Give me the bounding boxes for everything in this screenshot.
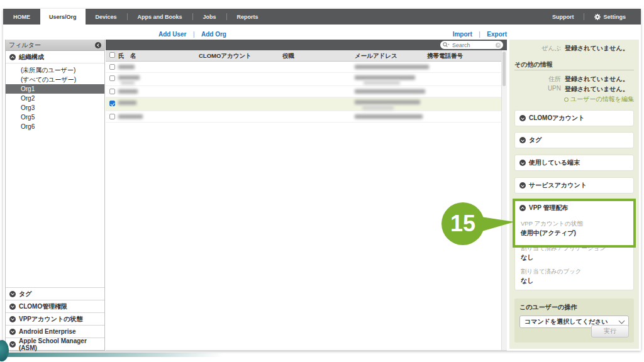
table-row[interactable] — [106, 86, 507, 97]
search-input[interactable] — [451, 41, 496, 49]
sidebar-collapsed-sections: タグ CLOMO管理権限 VPPアカウントの状態 Android Enterpr… — [6, 287, 104, 350]
scrollbar-thumb[interactable] — [502, 52, 506, 86]
edit-user-link[interactable]: ユーザーの情報を編集 — [564, 95, 634, 104]
section-label: VPPアカウントの状態 — [19, 315, 82, 324]
edit-icon — [564, 97, 569, 102]
chevron-down-icon — [9, 291, 16, 297]
field-value-all: 登録されていません。 — [565, 44, 629, 53]
accordion-label: CLOMOアカウント — [529, 114, 584, 123]
divider — [514, 70, 634, 70]
collapse-sidebar-icon[interactable] — [95, 42, 101, 48]
vpp-apps-label: 割り当て済みアプリケーション — [515, 244, 633, 253]
column-mobile[interactable]: 携帯電話番号 — [427, 52, 463, 60]
add-user-link[interactable]: Add User — [158, 31, 186, 38]
tab-users-org[interactable]: Users/Org — [40, 9, 86, 25]
row-checkbox[interactable] — [109, 75, 115, 81]
table-row[interactable] — [106, 73, 507, 86]
link-divider: | — [479, 31, 480, 38]
row-checkbox[interactable] — [109, 89, 115, 94]
redacted-email — [355, 114, 423, 119]
select-all-checkbox[interactable] — [109, 52, 115, 58]
field-label-all: ぜんぶ — [509, 44, 561, 53]
sidebar-section-tags[interactable]: タグ — [6, 287, 104, 300]
top-nav: HOME Users/Org Devices Apps and Books Jo… — [3, 9, 641, 25]
table-row[interactable] — [106, 111, 507, 123]
org-item-org3[interactable]: Org3 — [6, 103, 104, 112]
chevron-down-icon — [519, 182, 526, 189]
sidebar-section-clomo-admin[interactable]: CLOMO管理権限 — [6, 300, 104, 312]
column-email[interactable]: メールアドレス — [355, 52, 397, 60]
add-org-link[interactable]: Add Org — [201, 31, 226, 38]
redacted-email — [355, 65, 429, 69]
accordion-service-account[interactable]: サービスアカウント — [514, 177, 634, 194]
support-link[interactable]: Support — [542, 9, 584, 25]
org-structure-label: 組織構成 — [19, 53, 44, 62]
vpp-books-value: なし — [515, 276, 633, 285]
vpp-title: VPP 管理配布 — [529, 204, 569, 212]
chevron-down-icon — [9, 316, 16, 322]
filter-title: フィルター — [9, 41, 95, 50]
sidebar-section-android-enterprise[interactable]: Android Enterprise — [6, 325, 104, 337]
table-row[interactable] — [106, 62, 507, 73]
chevron-down-icon — [9, 329, 16, 335]
settings-button[interactable]: Settings — [584, 9, 636, 25]
execute-button[interactable]: 実行 — [591, 325, 629, 337]
redacted-text — [121, 80, 135, 85]
redacted-name — [118, 65, 135, 69]
org-item-org6[interactable]: Org6 — [6, 122, 104, 131]
redacted-name — [118, 75, 140, 80]
filter-header: フィルター — [6, 40, 104, 51]
tab-home[interactable]: HOME — [3, 9, 40, 25]
column-role[interactable]: 役職 — [282, 52, 294, 60]
column-clomo-account[interactable]: CLOMOアカウント — [199, 52, 252, 60]
section-label: Android Enterprise — [19, 328, 76, 335]
table-header: 氏 名 CLOMOアカウント 役職 メールアドレス 携帯電話番号 — [106, 50, 507, 62]
accordion-tags[interactable]: タグ — [514, 132, 634, 148]
section-label: CLOMO管理権限 — [19, 302, 67, 311]
vpp-status-value: 使用中(アクティブ) — [515, 228, 633, 238]
chevron-up-icon — [9, 54, 16, 60]
redacted-email — [355, 89, 425, 94]
tab-jobs[interactable]: Jobs — [193, 9, 226, 25]
vpp-books-label: 割り当て済みのブック — [515, 268, 633, 276]
edit-user-label: ユーザーの情報を編集 — [570, 95, 634, 104]
row-checkbox-checked[interactable] — [109, 101, 115, 106]
section-label: タグ — [19, 290, 31, 299]
row-checkbox[interactable] — [109, 64, 115, 70]
org-item-all[interactable]: (すべてのユーザー) — [6, 75, 104, 84]
tab-reports[interactable]: Reports — [227, 9, 269, 25]
accordion-label: サービスアカウント — [529, 181, 587, 190]
org-item-org2[interactable]: Org2 — [6, 94, 104, 103]
accordion-devices-in-use[interactable]: 使用している端末 — [514, 155, 634, 171]
gear-icon — [594, 14, 601, 20]
export-link[interactable]: Export — [487, 31, 507, 38]
accordion-clomo-account[interactable]: CLOMOアカウント — [514, 110, 634, 126]
chevron-down-icon — [519, 115, 526, 121]
section-label: Apple School Manager (ASM) — [19, 337, 101, 351]
tab-devices[interactable]: Devices — [86, 9, 127, 25]
column-name[interactable]: 氏 名 — [118, 52, 136, 60]
chevron-down-icon — [519, 160, 526, 166]
import-link[interactable]: Import — [453, 31, 472, 38]
vpp-managed-distribution-card: VPP 管理配布 VPP アカウントの状態 使用中(アクティブ) 割り当て済みア… — [514, 200, 634, 290]
field-value-address: 登録されていません。 — [565, 75, 629, 84]
org-item-org5[interactable]: Org5 — [6, 112, 104, 122]
redacted-name — [118, 89, 138, 94]
sidebar-section-asm[interactable]: Apple School Manager (ASM) — [6, 337, 104, 350]
org-structure-section[interactable]: 組織構成 — [6, 51, 104, 63]
other-info-header: その他の情報 — [514, 60, 553, 69]
org-item-org1[interactable]: Org1 — [6, 84, 104, 94]
chevron-down-icon — [619, 318, 625, 324]
search-box[interactable] — [440, 41, 503, 49]
user-detail-panel: ぜんぶ 登録されていません。 その他の情報 住所 登録されていません。 UPN … — [509, 40, 639, 349]
sidebar-section-vpp-status[interactable]: VPPアカウントの状態 — [6, 312, 104, 325]
org-item-unassigned[interactable]: (未所属のユーザー) — [6, 65, 104, 75]
app-window: HOME Users/Org Devices Apps and Books Jo… — [3, 9, 641, 351]
table-row-selected[interactable] — [106, 97, 507, 111]
field-label-address: 住所 — [509, 75, 561, 84]
tab-apps-and-books[interactable]: Apps and Books — [128, 9, 192, 25]
row-checkbox[interactable] — [109, 114, 115, 119]
clear-search-icon[interactable] — [496, 43, 501, 48]
vpp-section-header[interactable]: VPP 管理配布 — [515, 200, 633, 216]
chevron-down-icon — [519, 137, 526, 143]
